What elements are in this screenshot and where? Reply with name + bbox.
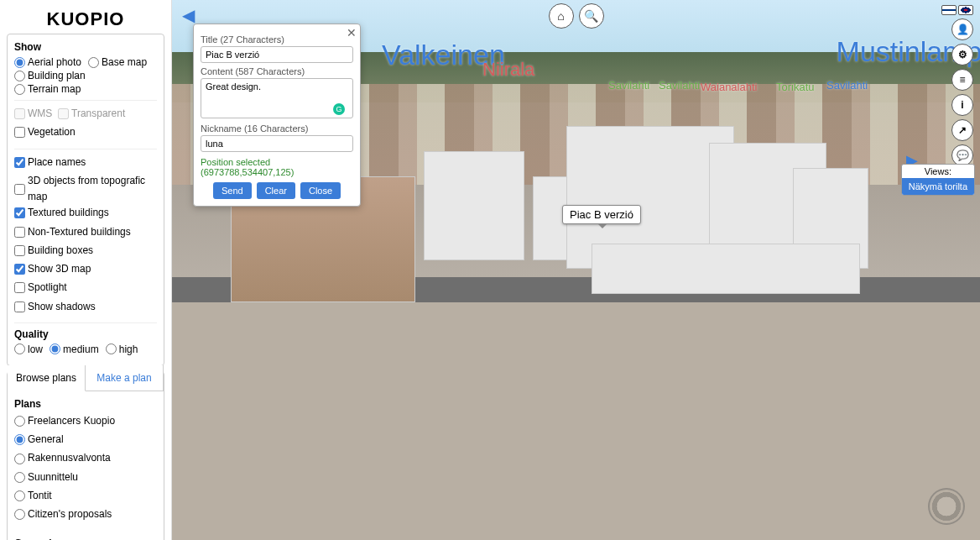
title-label: Title (27 Characters) [201, 34, 353, 45]
compass-icon[interactable] [928, 488, 965, 525]
lang-en-button[interactable] [958, 5, 973, 15]
wms-checkbox[interactable]: WMS Transparent [14, 106, 157, 124]
send-button[interactable]: Send [213, 182, 252, 199]
plans-heading: Plans [14, 398, 157, 410]
layer-3dmap[interactable]: Show 3D map [14, 261, 157, 280]
back-arrow-icon[interactable]: ◀ [182, 5, 195, 25]
plan-citizens[interactable]: Citizen's proposals [14, 506, 157, 525]
basemap-terrain[interactable]: Terrain map [14, 83, 81, 95]
layer-spotlight[interactable]: Spotlight [14, 280, 157, 298]
quality-high[interactable]: high [106, 343, 138, 355]
tab-browse-plans[interactable]: Browse plans [8, 365, 86, 391]
user-button[interactable]: 👤 [951, 18, 973, 40]
plan-rakennus[interactable]: Rakennusvalvonta [14, 450, 157, 469]
tab-make-plan[interactable]: Make a plan [86, 365, 164, 391]
content-textarea[interactable]: Great design. [201, 78, 353, 118]
plan-general[interactable]: General [14, 432, 157, 450]
clear-button[interactable]: Clear [257, 182, 295, 199]
building-box [592, 244, 860, 294]
position-status: Position selected (6973788,534407,125) [201, 157, 353, 177]
basemap-aerial[interactable]: Aerial photo [14, 56, 81, 68]
basemap-base[interactable]: Base map [88, 56, 147, 68]
layers-button[interactable]: ≡ [951, 69, 973, 91]
title-input[interactable] [201, 46, 353, 63]
comment-dialog: ✕ Title (27 Characters) Content (587 Cha… [193, 24, 361, 207]
views-heading: Views: [902, 165, 974, 178]
layer-place-names[interactable]: Place names [14, 155, 157, 173]
show-panel: Show Aerial photo Base map Building plan… [7, 34, 164, 366]
basemap-building[interactable]: Building plan [14, 70, 86, 81]
plans-tabs: Browse plans Make a plan [8, 365, 164, 391]
building-box [424, 151, 524, 260]
layer-3d-topo[interactable]: 3D objects from topografic map [14, 173, 157, 205]
home-zoom-button[interactable]: ⌂ [549, 3, 574, 29]
search-button[interactable]: 🔍 [579, 3, 604, 29]
layer-shadows[interactable]: Show shadows [14, 299, 157, 317]
layer-nontextured[interactable]: Non-Textured buildings [14, 224, 157, 243]
content-label: Content (587 Characters) [201, 66, 353, 76]
close-button[interactable]: Close [300, 182, 341, 199]
quality-heading: Quality [14, 328, 157, 340]
plan-freelancers[interactable]: Freelancers Kuopio [14, 413, 157, 432]
plaza-layer [172, 302, 980, 540]
basemap-radios: Aerial photo Base map Building plan Terr… [14, 56, 157, 95]
sidebar: KUOPIO Show Aerial photo Base map Buildi… [0, 0, 172, 540]
quality-radios: low medium high [14, 343, 157, 355]
quality-low[interactable]: low [14, 343, 43, 355]
nickname-label: Nickname (16 Characters) [201, 123, 353, 134]
transparent-checkbox[interactable]: Transparent [58, 106, 125, 122]
plan-suunnittelu[interactable]: Suunnittelu [14, 469, 157, 488]
grammarly-icon[interactable]: G [333, 103, 345, 115]
layer-boxes[interactable]: Building boxes [14, 243, 157, 261]
top-map-tools: ⌂ 🔍 [549, 3, 604, 29]
plan-tontit[interactable]: Tontit [14, 488, 157, 506]
plans-panel: Browse plans Make a plan Plans Freelance… [7, 371, 164, 540]
views-panel: Views: Näkymä torilta [901, 164, 975, 196]
share-button[interactable]: ↗ [951, 119, 973, 141]
dialog-buttons: Send Clear Close [201, 182, 353, 199]
view-item[interactable]: Näkymä torilta [902, 178, 974, 195]
layer-textured[interactable]: Textured buildings [14, 205, 157, 223]
show-heading: Show [14, 41, 157, 53]
lang-fi-button[interactable] [941, 5, 957, 15]
right-toolbar: 👤 ⚙ ≡ i ↗ 💬 [941, 5, 973, 166]
map-viewport[interactable]: Valkeinen Mustinlampi Niirala Savilahti … [172, 0, 980, 540]
vegetation-checkbox[interactable]: Vegetation [14, 124, 157, 143]
dialog-close-icon[interactable]: ✕ [347, 26, 357, 39]
settings-button[interactable]: ⚙ [951, 44, 973, 66]
info-button[interactable]: i [951, 94, 973, 116]
app-logo: KUOPIO [7, 3, 164, 34]
quality-medium[interactable]: medium [50, 343, 99, 355]
general-heading: General [14, 537, 157, 540]
map-marker-tooltip: Piac B verzió [562, 205, 641, 224]
nickname-input[interactable] [201, 135, 353, 152]
